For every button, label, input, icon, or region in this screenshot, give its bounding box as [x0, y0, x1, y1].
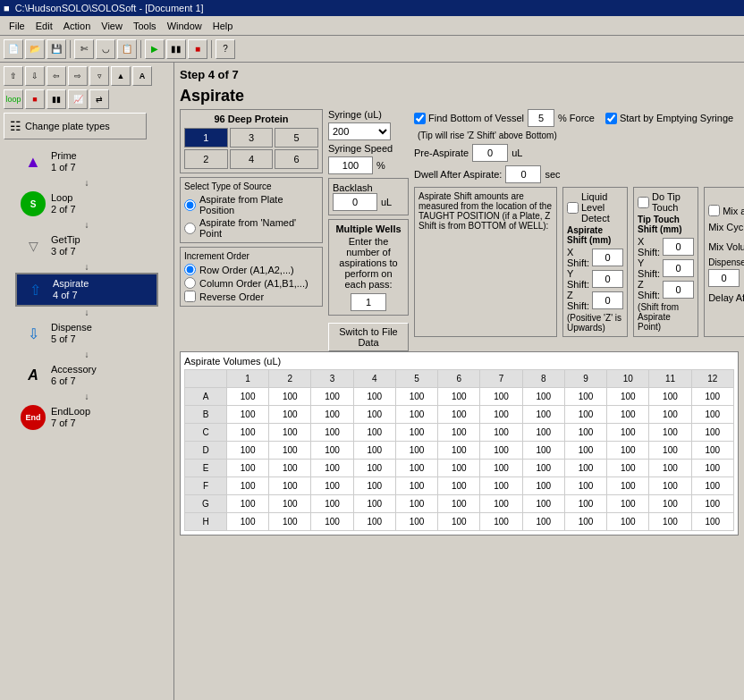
sidebar-btn-a[interactable]: A: [132, 66, 152, 86]
cell-H-2[interactable]: 100: [269, 513, 311, 531]
cell-B-9[interactable]: 100: [564, 406, 606, 424]
cell-B-2[interactable]: 100: [269, 406, 311, 424]
cell-B-8[interactable]: 100: [522, 406, 564, 424]
sidebar-btn-stop[interactable]: ■: [25, 89, 45, 109]
cell-D-5[interactable]: 100: [395, 442, 437, 460]
cell-G-9[interactable]: 100: [564, 495, 606, 513]
toolbar-open[interactable]: 📂: [25, 39, 45, 59]
plate-cell-3[interactable]: 3: [230, 128, 274, 148]
cell-C-8[interactable]: 100: [522, 424, 564, 442]
tip-z-input[interactable]: [663, 281, 694, 299]
cell-D-8[interactable]: 100: [522, 442, 564, 460]
cell-B-12[interactable]: 100: [691, 406, 733, 424]
sidebar-btn-filter[interactable]: ▿: [89, 66, 109, 86]
cell-E-6[interactable]: 100: [438, 460, 480, 477]
cell-G-1[interactable]: 100: [227, 495, 269, 513]
mix-at-start-checkbox[interactable]: [708, 205, 720, 216]
cell-G-4[interactable]: 100: [353, 495, 395, 513]
cell-D-6[interactable]: 100: [438, 442, 480, 460]
cell-G-8[interactable]: 100: [522, 495, 564, 513]
cell-G-12[interactable]: 100: [691, 495, 733, 513]
cell-E-10[interactable]: 100: [607, 460, 649, 477]
cell-B-3[interactable]: 100: [311, 406, 353, 424]
toolbar-new[interactable]: 📄: [4, 39, 23, 59]
cell-F-5[interactable]: 100: [395, 477, 437, 495]
cell-D-7[interactable]: 100: [480, 442, 522, 460]
cell-D-3[interactable]: 100: [311, 442, 353, 460]
cell-F-12[interactable]: 100: [691, 477, 733, 495]
cell-E-4[interactable]: 100: [353, 460, 395, 477]
sidebar-btn-2[interactable]: ⇩: [25, 66, 45, 86]
cell-H-9[interactable]: 100: [564, 513, 606, 531]
cell-C-7[interactable]: 100: [480, 424, 522, 442]
dwell-input[interactable]: [505, 165, 541, 183]
source-option1[interactable]: Aspirate from Plate Position: [184, 194, 318, 215]
asp-z-input[interactable]: [592, 291, 623, 309]
cell-E-11[interactable]: 100: [649, 460, 691, 477]
cell-H-4[interactable]: 100: [353, 513, 395, 531]
change-plate-button[interactable]: ☷ Change plate types: [4, 113, 147, 139]
tip-x-input[interactable]: [663, 238, 694, 256]
menu-tools[interactable]: Tools: [128, 19, 162, 33]
cell-D-1[interactable]: 100: [227, 442, 269, 460]
cell-E-2[interactable]: 100: [269, 460, 311, 477]
syringe-speed-input[interactable]: [328, 156, 373, 174]
cell-A-9[interactable]: 100: [564, 388, 606, 406]
cell-E-9[interactable]: 100: [564, 460, 606, 477]
toolbar-cut[interactable]: ✄: [74, 39, 94, 59]
tip-touch-check[interactable]: Do Tip Touch: [638, 191, 694, 213]
cell-A-1[interactable]: 100: [227, 388, 269, 406]
cell-G-5[interactable]: 100: [395, 495, 437, 513]
increment-radio2[interactable]: [184, 277, 196, 289]
toolbar-copy[interactable]: ◡: [96, 39, 115, 59]
start-emptying-checkbox[interactable]: [605, 113, 617, 124]
cell-G-11[interactable]: 100: [649, 495, 691, 513]
cell-F-11[interactable]: 100: [649, 477, 691, 495]
cell-H-10[interactable]: 100: [607, 513, 649, 531]
cell-A-7[interactable]: 100: [480, 388, 522, 406]
cell-A-11[interactable]: 100: [649, 388, 691, 406]
cell-D-4[interactable]: 100: [353, 442, 395, 460]
cell-A-10[interactable]: 100: [607, 388, 649, 406]
cell-F-1[interactable]: 100: [227, 477, 269, 495]
syringe-select[interactable]: 200: [328, 122, 391, 140]
sidebar-btn-filter2[interactable]: ▲: [111, 66, 131, 86]
cell-C-4[interactable]: 100: [353, 424, 395, 442]
cell-C-3[interactable]: 100: [311, 424, 353, 442]
menu-window[interactable]: Window: [162, 19, 207, 33]
cell-B-11[interactable]: 100: [649, 406, 691, 424]
dispense-height-input[interactable]: [708, 269, 740, 287]
toolbar-save[interactable]: 💾: [46, 39, 66, 59]
cell-H-1[interactable]: 100: [227, 513, 269, 531]
cell-C-5[interactable]: 100: [395, 424, 437, 442]
cell-A-6[interactable]: 100: [438, 388, 480, 406]
cell-B-5[interactable]: 100: [395, 406, 437, 424]
cell-C-6[interactable]: 100: [438, 424, 480, 442]
cell-F-3[interactable]: 100: [311, 477, 353, 495]
tip-touch-checkbox[interactable]: [638, 197, 649, 208]
plate-cell-5[interactable]: 5: [275, 128, 318, 148]
reverse-order[interactable]: Reverse Order: [184, 291, 318, 302]
source-option2[interactable]: Aspirate from 'Named' Point: [184, 217, 318, 239]
sidebar-btn-sim[interactable]: 📈: [68, 89, 88, 109]
switch-file-button[interactable]: Switch to File Data: [328, 323, 409, 351]
cell-E-7[interactable]: 100: [480, 460, 522, 477]
cell-F-7[interactable]: 100: [480, 477, 522, 495]
cell-B-6[interactable]: 100: [438, 406, 480, 424]
cell-C-10[interactable]: 100: [607, 424, 649, 442]
source-radio2[interactable]: [184, 223, 196, 234]
cell-C-2[interactable]: 100: [269, 424, 311, 442]
cell-E-3[interactable]: 100: [311, 460, 353, 477]
cell-A-8[interactable]: 100: [522, 388, 564, 406]
cell-E-1[interactable]: 100: [227, 460, 269, 477]
cell-G-3[interactable]: 100: [311, 495, 353, 513]
cell-A-12[interactable]: 100: [691, 388, 733, 406]
cell-G-10[interactable]: 100: [607, 495, 649, 513]
backlash-input[interactable]: [333, 193, 377, 211]
cell-A-5[interactable]: 100: [395, 388, 437, 406]
cell-H-8[interactable]: 100: [522, 513, 564, 531]
toolbar-play[interactable]: ▶: [145, 39, 165, 59]
sidebar-btn-4[interactable]: ⇨: [68, 66, 88, 86]
cell-B-7[interactable]: 100: [480, 406, 522, 424]
pipeline-node-loop[interactable]: S Loop2 of 7: [15, 189, 158, 219]
